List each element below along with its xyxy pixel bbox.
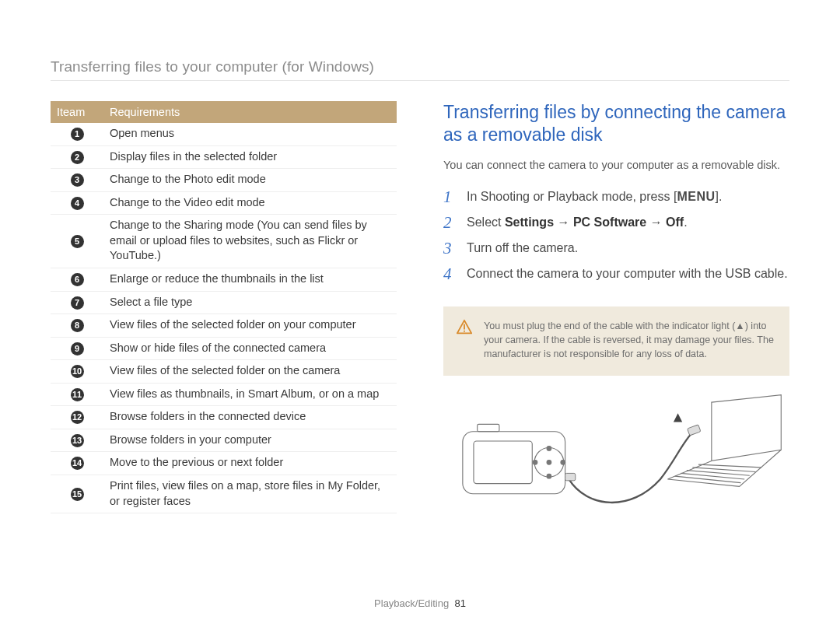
step-item: 1 In Shooting or Playback mode, press [M… (443, 188, 789, 206)
caution-icon (456, 319, 473, 336)
table-row: 7Select a file type (51, 291, 397, 314)
step-number: 2 (443, 214, 460, 232)
row-num-icon: 7 (71, 296, 84, 310)
page-footer: Playback/Editing 81 (0, 597, 840, 609)
row-num-icon: 13 (71, 434, 84, 447)
table-row: 1Open menus (51, 123, 397, 145)
arrow-icon: → (554, 215, 573, 229)
th-requirements: Requirements (103, 101, 397, 123)
svg-point-7 (547, 474, 551, 478)
right-column: Transferring files by connecting the cam… (443, 101, 789, 516)
row-num-icon: 4 (71, 197, 84, 210)
menu-key-label: MENU (677, 190, 715, 203)
row-text: Select a file type (103, 291, 397, 314)
row-text: Change to the Video edit mode (103, 191, 397, 215)
table-row: 14Move to the previous or next folder (51, 452, 397, 475)
table-row: 11View files as thumbnails, in Smart Alb… (51, 383, 397, 406)
table-row: 6Enlarge or reduce the thumbnails in the… (51, 268, 397, 291)
row-text: Enlarge or reduce the thumbnails in the … (103, 268, 397, 291)
svg-point-8 (533, 460, 537, 464)
left-column: Iteam Requirements 1Open menus 2Display … (51, 101, 397, 516)
step-text: Turn off the camera. (467, 240, 789, 257)
step-item: 2 Select Settings → PC Software → Off. (443, 214, 789, 232)
strong: Off (666, 215, 684, 229)
row-text: Change to the Photo edit mode (103, 169, 397, 192)
footer-section: Playback/Editing (374, 597, 449, 609)
row-text: View files as thumbnails, in Smart Album… (103, 383, 397, 406)
row-num-icon: 6 (71, 273, 84, 286)
strong: PC Software (573, 215, 646, 229)
table-row: 9Show or hide files of the connected cam… (51, 337, 397, 360)
table-row: 2Display files in the selected folder (51, 145, 397, 169)
step-text: Select Settings → PC Software → Off. (467, 214, 789, 231)
section-intro: You can connect the camera to your compu… (443, 157, 789, 173)
step-item: 3 Turn off the camera. (443, 240, 789, 257)
step-number: 3 (443, 240, 460, 257)
row-text: Open menus (103, 123, 397, 145)
row-text: Show or hide files of the connected came… (103, 337, 397, 360)
caution-notice: You must plug the end of the cable with … (443, 306, 789, 375)
row-text: View files of the selected folder on the… (103, 360, 397, 384)
step-number: 1 (443, 188, 460, 206)
row-num-icon: 8 (71, 319, 84, 332)
page-number: 81 (454, 597, 465, 609)
svg-point-1 (464, 331, 465, 332)
text: In Shooting or Playback mode, press [ (467, 190, 677, 203)
notice-text: You must plug the end of the cable with … (484, 319, 774, 361)
requirements-table: Iteam Requirements 1Open menus 2Display … (51, 101, 397, 513)
table-row: 5Change to the Sharing mode (You can sen… (51, 215, 397, 268)
table-row: 15Print files, view files on a map, stor… (51, 475, 397, 513)
table-row: 8View files of the selected folder on yo… (51, 314, 397, 338)
row-text: Move to the previous or next folder (103, 452, 397, 475)
step-text: In Shooting or Playback mode, press [MEN… (467, 188, 789, 205)
text: Select (467, 215, 505, 229)
svg-rect-11 (565, 473, 576, 480)
svg-line-18 (698, 464, 761, 468)
row-num-icon: 3 (71, 173, 84, 187)
manual-page: Transferring files to your computer (for… (0, 0, 840, 634)
svg-rect-10 (478, 424, 499, 431)
row-num-icon: 15 (71, 488, 84, 501)
row-text: Browse folders in your computer (103, 429, 397, 452)
arrow-icon: → (646, 215, 666, 229)
row-num-icon: 10 (71, 365, 84, 378)
section-title: Transferring files by connecting the cam… (443, 101, 789, 146)
step-text: Connect the camera to your computer with… (467, 265, 789, 282)
page-header: Transferring files to your computer (for… (51, 58, 789, 81)
camera-to-laptop-illustration (443, 391, 789, 516)
row-num-icon: 2 (71, 151, 84, 164)
text: ]. (715, 190, 722, 203)
row-text: Change to the Sharing mode (You can send… (103, 215, 397, 268)
row-text: Browse folders in the connected device (103, 406, 397, 429)
step-item: 4 Connect the camera to your computer wi… (443, 265, 789, 283)
svg-point-9 (561, 460, 565, 464)
row-text: Print files, view files on a map, store … (103, 475, 397, 513)
row-num-icon: 14 (71, 457, 84, 470)
table-row: 13Browse folders in your computer (51, 429, 397, 452)
svg-rect-12 (688, 424, 701, 435)
table-row: 10View files of the selected folder on t… (51, 360, 397, 384)
table-row: 3Change to the Photo edit mode (51, 169, 397, 192)
table-row: 12Browse folders in the connected device (51, 406, 397, 429)
svg-point-6 (547, 446, 551, 450)
two-column-layout: Iteam Requirements 1Open menus 2Display … (51, 101, 789, 516)
svg-rect-3 (474, 441, 532, 484)
svg-point-5 (547, 460, 551, 464)
svg-marker-13 (674, 413, 682, 422)
row-num-icon: 11 (71, 388, 84, 401)
row-num-icon: 5 (71, 235, 84, 248)
th-item: Iteam (51, 101, 103, 123)
row-text: Display files in the selected folder (103, 145, 397, 169)
text: . (684, 215, 687, 229)
step-list: 1 In Shooting or Playback mode, press [M… (443, 188, 789, 283)
row-num-icon: 1 (71, 128, 84, 141)
row-num-icon: 9 (71, 342, 84, 356)
row-text: View files of the selected folder on you… (103, 314, 397, 338)
step-number: 4 (443, 265, 460, 283)
row-num-icon: 12 (71, 411, 84, 424)
svg-line-14 (675, 476, 741, 482)
table-row: 4Change to the Video edit mode (51, 191, 397, 215)
strong: Settings (505, 215, 554, 229)
